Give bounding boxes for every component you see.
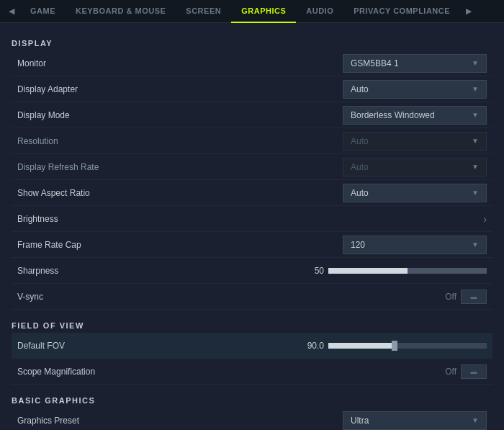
sharpness-slider[interactable] (328, 268, 487, 274)
frame-rate-cap-value: 120 (351, 240, 365, 250)
default-fov-slider-fill (328, 343, 392, 349)
display-section-header: DISPLAY (12, 39, 492, 48)
scope-magnification-toggle-icon: ▬ (471, 368, 477, 375)
monitor-label: Monitor (17, 58, 343, 68)
display-refresh-rate-row: Display Refresh Rate Auto ▼ (12, 154, 492, 180)
sharpness-slider-container: 50 (302, 266, 487, 276)
nav-tabs: ◀ GAME KEYBOARD & MOUSE SCREEN GRAPHICS … (0, 0, 504, 23)
settings-content: DISPLAY Monitor GSM5BB4 1 ▼ Display Adap… (0, 23, 504, 430)
tab-audio[interactable]: AUDIO (296, 0, 343, 23)
display-refresh-rate-label: Display Refresh Rate (17, 162, 343, 172)
default-fov-slider-container: 90.0 (302, 341, 487, 351)
scope-magnification-toggle-button[interactable]: ▬ (461, 364, 487, 379)
display-adapter-label: Display Adapter (17, 84, 343, 94)
frame-rate-cap-row: Frame Rate Cap 120 ▼ (12, 232, 492, 258)
scope-magnification-row: Scope Magnification Off ▬ (12, 359, 492, 385)
graphics-preset-label: Graphics Preset (17, 416, 343, 426)
sharpness-slider-remaining (408, 268, 487, 274)
sharpness-slider-fill (328, 268, 408, 274)
display-adapter-dropdown[interactable]: Auto ▼ (343, 80, 487, 99)
default-fov-slider-thumb[interactable] (392, 341, 397, 351)
tab-privacy-compliance[interactable]: PRIVACY COMPLIANCE (343, 0, 460, 23)
vsync-off-label: Off (445, 292, 456, 302)
brightness-chevron-icon[interactable]: › (483, 213, 487, 225)
display-adapter-row: Display Adapter Auto ▼ (12, 76, 492, 102)
scope-magnification-off-label: Off (445, 367, 456, 377)
graphics-preset-dropdown[interactable]: Ultra ▼ (343, 411, 487, 430)
default-fov-slider[interactable] (328, 343, 487, 349)
show-aspect-ratio-value: Auto (351, 188, 369, 198)
resolution-dropdown-arrow: ▼ (472, 137, 479, 145)
nav-prev-arrow[interactable]: ◀ (3, 3, 20, 20)
resolution-value: Auto (351, 136, 369, 146)
display-refresh-rate-dropdown-arrow: ▼ (472, 163, 479, 171)
graphics-preset-dropdown-arrow: ▼ (472, 416, 479, 424)
graphics-preset-row: Graphics Preset Ultra ▼ (12, 408, 492, 430)
monitor-dropdown[interactable]: GSM5BB4 1 ▼ (343, 54, 487, 73)
frame-rate-cap-label: Frame Rate Cap (17, 240, 343, 250)
nav-next-arrow[interactable]: ▶ (460, 3, 477, 20)
field-of-view-section-header: FIELD OF VIEW (12, 321, 492, 330)
vsync-toggle-container: Off ▬ (445, 290, 487, 304)
basic-graphics-section-header: BASIC GRAPHICS (12, 396, 492, 405)
tab-screen[interactable]: SCREEN (176, 0, 231, 23)
monitor-row: Monitor GSM5BB4 1 ▼ (12, 50, 492, 76)
display-adapter-value: Auto (351, 84, 369, 94)
frame-rate-cap-dropdown-arrow: ▼ (472, 241, 479, 248)
spacer-2 (12, 385, 492, 393)
resolution-label: Resolution (17, 136, 343, 146)
show-aspect-ratio-label: Show Aspect Ratio (17, 188, 343, 198)
display-mode-row: Display Mode Borderless Windowed ▼ (12, 102, 492, 128)
display-adapter-dropdown-arrow: ▼ (472, 85, 479, 93)
display-mode-label: Display Mode (17, 110, 343, 120)
scope-magnification-label: Scope Magnification (17, 367, 445, 377)
tab-game[interactable]: GAME (20, 0, 66, 23)
vsync-label: V-sync (17, 292, 445, 302)
show-aspect-ratio-dropdown[interactable]: Auto ▼ (343, 184, 487, 202)
default-fov-label: Default FOV (17, 341, 302, 351)
display-refresh-rate-value: Auto (351, 162, 369, 172)
display-mode-dropdown[interactable]: Borderless Windowed ▼ (343, 106, 487, 125)
vsync-toggle-icon: ▬ (471, 293, 477, 300)
graphics-preset-value: Ultra (351, 416, 369, 426)
show-aspect-ratio-dropdown-arrow: ▼ (472, 189, 479, 197)
frame-rate-cap-dropdown[interactable]: 120 ▼ (343, 236, 487, 254)
display-mode-dropdown-arrow: ▼ (472, 111, 479, 119)
brightness-label: Brightness (17, 214, 483, 224)
monitor-value: GSM5BB4 1 (351, 58, 399, 68)
monitor-dropdown-arrow: ▼ (472, 59, 479, 67)
spacer-1 (12, 310, 492, 318)
brightness-row: Brightness › (12, 206, 492, 232)
show-aspect-ratio-row: Show Aspect Ratio Auto ▼ (12, 180, 492, 206)
sharpness-value: 50 (302, 266, 324, 276)
default-fov-value: 90.0 (302, 341, 324, 351)
vsync-toggle-button[interactable]: ▬ (461, 290, 487, 304)
sharpness-label: Sharpness (17, 266, 302, 276)
vsync-row: V-sync Off ▬ (12, 284, 492, 310)
resolution-row: Resolution Auto ▼ (12, 128, 492, 154)
display-mode-value: Borderless Windowed (351, 110, 435, 120)
tab-graphics[interactable]: GRAPHICS (231, 0, 296, 23)
sharpness-row: Sharpness 50 (12, 258, 492, 284)
tab-keyboard-mouse[interactable]: KEYBOARD & MOUSE (66, 0, 176, 23)
resolution-dropdown: Auto ▼ (343, 132, 487, 151)
default-fov-row: Default FOV 90.0 (12, 333, 492, 359)
scope-magnification-toggle-container: Off ▬ (445, 364, 487, 379)
display-refresh-rate-dropdown: Auto ▼ (343, 158, 487, 176)
